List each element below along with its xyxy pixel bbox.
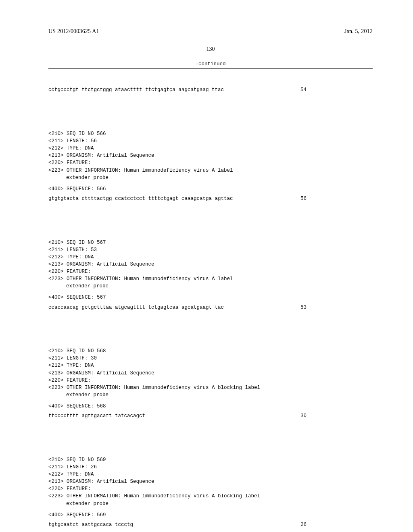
seq-feature-line: <220> FEATURE:	[48, 486, 91, 492]
seq-feature-line: <220> FEATURE:	[48, 269, 91, 274]
sequence-line: cctgccctgt ttctgctggg ataactttt ttctgagt…	[48, 86, 307, 94]
sequence-line: ttcccctttt agttgacatt tatcacagct30	[48, 412, 307, 420]
seq-type-line: <212> TYPE: DNA	[48, 254, 94, 260]
seq-sequence-header: <400> SEQUENCE: 568	[48, 403, 373, 410]
seq-organism-line: <213> ORGANISM: Artificial Sequence	[48, 370, 154, 376]
header-row: US 2012/0003625 A1 Jan. 5, 2012	[48, 28, 373, 35]
seq-otherinfo-cont: extender probe	[48, 392, 108, 398]
continued-label: -continued	[48, 61, 373, 67]
sequence-text: ttcccctttt agttgacatt tatcacagct	[48, 412, 145, 420]
sequence-text: tgtgcaatct aattgccaca tccctg	[48, 521, 133, 528]
sequence-length-index: 54	[290, 86, 307, 94]
seq-id-line: <210> SEQ ID NO 566	[48, 131, 106, 137]
seq-type-line: <212> TYPE: DNA	[48, 363, 94, 368]
seq-otherinfo-cont: extender probe	[48, 175, 108, 181]
seq-length-line: <211> LENGTH: 53	[48, 247, 97, 253]
seq-sequence-header: <400> SEQUENCE: 566	[48, 185, 373, 193]
seq-organism-line: <213> ORGANISM: Artificial Sequence	[48, 262, 154, 267]
page-number: 130	[48, 46, 373, 52]
sequence-text: ccaccaacag gctgctttaa atgcagtttt tctgagt…	[48, 304, 224, 311]
seq-otherinfo-cont: extender probe	[48, 501, 108, 507]
sequence-entry: <210> SEQ ID NO 569 <211> LENGTH: 26 <21…	[48, 456, 373, 528]
seq-length-line: <211> LENGTH: 26	[48, 464, 97, 470]
sequence-text: cctgccctgt ttctgctggg ataactttt ttctgagt…	[48, 86, 224, 94]
seq-otherinfo-line: <223> OTHER INFORMATION: Human immunodef…	[48, 493, 260, 499]
seq-type-line: <212> TYPE: DNA	[48, 145, 94, 151]
seq-sequence-header: <400> SEQUENCE: 567	[48, 294, 373, 301]
seq-otherinfo-line: <223> OTHER INFORMATION: Human immunodef…	[48, 385, 260, 391]
seq-feature-line: <220> FEATURE:	[48, 160, 91, 166]
seq-id-line: <210> SEQ ID NO 567	[48, 240, 106, 245]
seq-id-line: <210> SEQ ID NO 569	[48, 457, 106, 463]
sequence-entry: <210> SEQ ID NO 566 <211> LENGTH: 56 <21…	[48, 130, 373, 202]
seq-otherinfo-line: <223> OTHER INFORMATION: Human immunodef…	[48, 276, 233, 282]
sequence-line: tgtgcaatct aattgccaca tccctg26	[48, 521, 307, 528]
seq-sequence-header: <400> SEQUENCE: 569	[48, 511, 373, 519]
sequence-listing-body: cctgccctgt ttctgctggg ataactttt ttctgagt…	[48, 72, 373, 532]
publication-date: Jan. 5, 2012	[344, 28, 373, 35]
seq-otherinfo-line: <223> OTHER INFORMATION: Human immunodef…	[48, 168, 233, 173]
seq-organism-line: <213> ORGANISM: Artificial Sequence	[48, 479, 154, 484]
seq-feature-line: <220> FEATURE:	[48, 378, 91, 383]
sequence-entry: <210> SEQ ID NO 568 <211> LENGTH: 30 <21…	[48, 347, 373, 420]
sequence-entry: <210> SEQ ID NO 567 <211> LENGTH: 53 <21…	[48, 239, 373, 311]
document-page: US 2012/0003625 A1 Jan. 5, 2012 130 -con…	[0, 0, 413, 532]
sequence-length-index: 56	[290, 195, 307, 202]
seq-length-line: <211> LENGTH: 56	[48, 138, 97, 144]
sequence-text: gtgtgtacta cttttactgg ccatcctcct ttttctg…	[48, 195, 233, 202]
seq-organism-line: <213> ORGANISM: Artificial Sequence	[48, 153, 154, 158]
sequence-line: gtgtgtacta cttttactgg ccatcctcct ttttctg…	[48, 195, 307, 202]
divider-top	[48, 68, 373, 69]
sequence-length-index: 30	[290, 412, 307, 420]
seq-id-line: <210> SEQ ID NO 568	[48, 348, 106, 354]
seq-length-line: <211> LENGTH: 30	[48, 355, 97, 361]
seq-otherinfo-cont: extender probe	[48, 283, 108, 289]
sequence-line: ccaccaacag gctgctttaa atgcagtttt tctgagt…	[48, 304, 307, 311]
sequence-length-index: 53	[290, 304, 307, 311]
sequence-length-index: 26	[290, 521, 307, 528]
seq-type-line: <212> TYPE: DNA	[48, 472, 94, 477]
publication-number: US 2012/0003625 A1	[48, 28, 99, 35]
